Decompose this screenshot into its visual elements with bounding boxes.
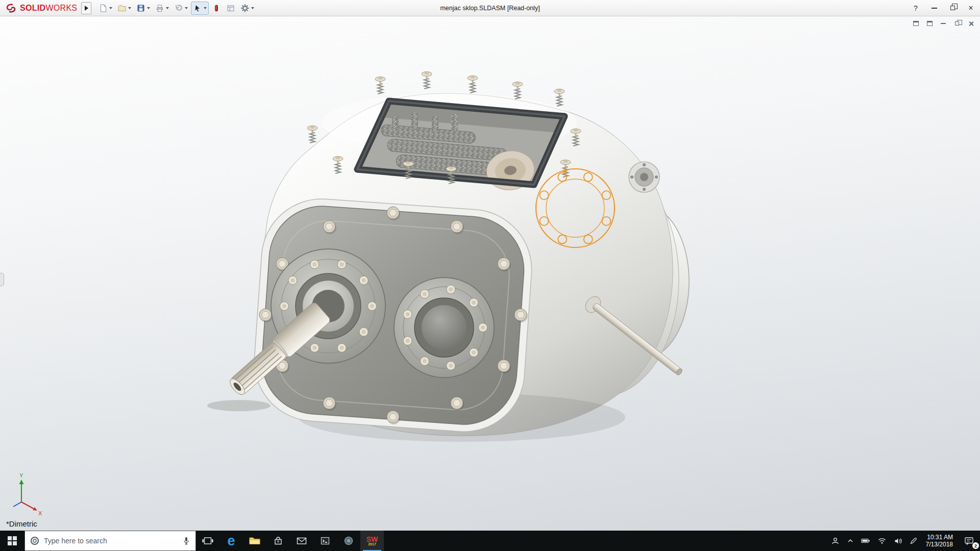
minimize-button[interactable] bbox=[925, 0, 943, 16]
brand-text: SOLIDWORKS bbox=[20, 4, 77, 13]
task-view-button[interactable] bbox=[196, 531, 219, 551]
windows-taskbar: e bbox=[0, 531, 980, 551]
speaker-icon bbox=[894, 537, 902, 545]
doc-cascade-button[interactable] bbox=[924, 19, 935, 28]
battery-button[interactable] bbox=[857, 531, 874, 551]
taskbar-clock[interactable]: 10:31 AM 7/13/2018 bbox=[921, 534, 958, 548]
windows-ink-button[interactable] bbox=[906, 531, 921, 551]
appearance-capsule-icon bbox=[212, 4, 221, 13]
chevron-down-icon bbox=[128, 7, 131, 9]
taskbar-mail-button[interactable] bbox=[290, 531, 313, 551]
bearing-cover-flange[interactable] bbox=[394, 278, 494, 378]
edge-icon: e bbox=[227, 534, 235, 548]
system-tray: 10:31 AM 7/13/2018 2 bbox=[827, 531, 980, 551]
wifi-icon bbox=[877, 537, 887, 544]
solidworks-logo: SOLIDWORKS bbox=[0, 3, 81, 13]
chevron-up-icon bbox=[847, 537, 854, 544]
hidden-icons-button[interactable] bbox=[843, 531, 857, 551]
taskbar-edge-button[interactable]: e bbox=[219, 531, 243, 551]
brand-light: WORKS bbox=[45, 4, 77, 12]
display-pane-icon bbox=[226, 4, 235, 13]
notification-badge: 2 bbox=[972, 542, 979, 549]
dassault-3ds-icon bbox=[5, 3, 17, 13]
people-button[interactable] bbox=[827, 531, 843, 551]
print-button[interactable] bbox=[153, 2, 171, 15]
pen-icon bbox=[910, 537, 918, 545]
printer-icon bbox=[155, 4, 164, 13]
panel-flyout-handle[interactable] bbox=[0, 273, 4, 286]
taskbar-store-button[interactable] bbox=[266, 531, 290, 551]
restore-button[interactable] bbox=[943, 0, 962, 16]
view-orientation-label: *Dimetric bbox=[6, 519, 37, 528]
display-settings-button[interactable] bbox=[224, 2, 237, 15]
doc-close-button[interactable] bbox=[966, 19, 976, 28]
solidworks-2017-icon: SW 2017 bbox=[366, 536, 378, 546]
store-bag-icon bbox=[273, 536, 283, 546]
x-axis-label: X bbox=[38, 510, 42, 516]
terminal-window-icon bbox=[320, 536, 330, 546]
document-window-controls bbox=[911, 19, 976, 28]
window-controls: ? × bbox=[906, 0, 980, 16]
gearbox-assembly-model[interactable]: Y X bbox=[0, 16, 980, 531]
new-document-button[interactable] bbox=[96, 2, 114, 15]
undo-button[interactable] bbox=[172, 2, 190, 15]
appearances-button[interactable] bbox=[210, 2, 223, 15]
clock-date: 7/13/2018 bbox=[926, 541, 953, 548]
file-explorer-icon bbox=[249, 536, 261, 546]
chevron-down-icon bbox=[147, 7, 150, 9]
menu-flyout-button[interactable] bbox=[81, 2, 91, 14]
doc-restore-button[interactable] bbox=[952, 19, 962, 28]
microphone-icon[interactable] bbox=[182, 536, 190, 545]
options-button[interactable] bbox=[238, 2, 256, 15]
close-button[interactable]: × bbox=[962, 0, 980, 16]
desktop-screen: SOLIDWORKS bbox=[0, 0, 980, 551]
doc-minimize-button[interactable] bbox=[938, 19, 948, 28]
app-titlebar: SOLIDWORKS bbox=[0, 0, 980, 16]
open-button[interactable] bbox=[115, 2, 133, 15]
clock-time: 10:31 AM bbox=[927, 534, 953, 541]
taskbar-search[interactable] bbox=[24, 531, 196, 551]
taskbar-terminal-button[interactable] bbox=[313, 531, 337, 551]
cortana-icon bbox=[30, 536, 39, 545]
quick-access-toolbar bbox=[96, 2, 256, 15]
document-title: menjac sklop.SLDASM [Read-only] bbox=[440, 0, 540, 16]
taskbar-file-explorer-button[interactable] bbox=[243, 531, 266, 551]
save-button[interactable] bbox=[134, 2, 152, 15]
y-axis-label: Y bbox=[19, 472, 23, 479]
start-button[interactable] bbox=[0, 531, 24, 551]
minimize-icon bbox=[932, 8, 937, 9]
windows-logo-icon bbox=[8, 536, 17, 545]
window-icon bbox=[927, 21, 933, 26]
mail-envelope-icon bbox=[296, 536, 307, 546]
shaft-shadow bbox=[207, 400, 271, 411]
network-button[interactable] bbox=[874, 531, 890, 551]
people-icon bbox=[831, 537, 840, 545]
window-icon bbox=[913, 21, 919, 26]
gear-icon bbox=[240, 4, 250, 13]
restore-icon bbox=[950, 6, 955, 10]
doc-new-window-button[interactable] bbox=[911, 19, 921, 28]
help-button[interactable]: ? bbox=[906, 0, 925, 16]
undo-arrow-icon bbox=[174, 4, 183, 13]
app-circle-icon bbox=[344, 536, 354, 546]
restore-icon bbox=[955, 21, 959, 26]
cursor-arrow-icon bbox=[193, 4, 202, 13]
chevron-down-icon bbox=[109, 7, 112, 9]
open-folder-icon bbox=[117, 4, 127, 13]
search-input[interactable] bbox=[44, 537, 178, 545]
orientation-triad: Y X bbox=[13, 472, 42, 516]
save-floppy-icon bbox=[136, 4, 145, 13]
graphics-viewport[interactable]: Y X *Dimetric bbox=[0, 16, 980, 531]
action-center-button[interactable]: 2 bbox=[958, 531, 980, 551]
brand-bold: SOLID bbox=[20, 4, 45, 12]
chevron-down-icon bbox=[251, 7, 254, 9]
select-tool-button[interactable] bbox=[191, 2, 209, 15]
taskbar-app-button[interactable] bbox=[337, 531, 360, 551]
close-icon bbox=[968, 21, 974, 27]
volume-button[interactable] bbox=[890, 531, 906, 551]
chevron-down-icon bbox=[166, 7, 169, 9]
taskbar-solidworks-button[interactable]: SW 2017 bbox=[360, 531, 384, 551]
close-icon: × bbox=[968, 4, 973, 13]
minimize-icon bbox=[941, 23, 946, 24]
rear-bearing-boss[interactable] bbox=[629, 162, 659, 192]
